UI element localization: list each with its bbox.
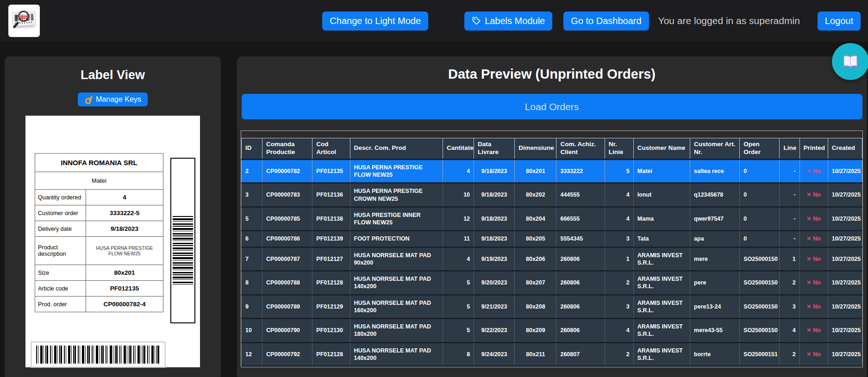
table-cell: Mama <box>633 207 690 231</box>
not-printed-x-icon: ✕ <box>806 168 811 174</box>
not-printed-x-icon: ✕ <box>806 256 811 262</box>
table-cell: 260806 <box>556 247 605 271</box>
table-cell: 4 <box>605 207 633 231</box>
table-cell: ARAMIS INVEST S.R.L. <box>633 295 690 319</box>
table-cell: 80x202 <box>515 183 556 207</box>
column-header: Customer Name <box>633 138 690 160</box>
label-field-row: Quantity ordered 4 <box>35 190 163 205</box>
table-cell: 80x206 <box>515 247 556 271</box>
table-row[interactable]: 12CP00000792PF012128HUSA NORRSELE MAT PA… <box>242 342 862 366</box>
printed-cell: ✕ No <box>799 271 828 295</box>
printed-status-text: No <box>813 351 821 358</box>
key-icon <box>83 94 94 105</box>
printed-status-text: No <box>813 168 821 174</box>
table-row[interactable]: 8CP00000788PF012128HUSA NORRSELE MAT PAD… <box>242 271 862 295</box>
table-cell: 7 <box>242 247 262 271</box>
table-cell: SO25000150 <box>740 319 780 343</box>
not-printed-x-icon: ✕ <box>806 216 811 222</box>
manage-keys-button[interactable]: Manage Keys <box>78 93 148 106</box>
table-cell: PF012129 <box>312 295 350 319</box>
labels-module-button[interactable]: Labels Module <box>464 12 552 31</box>
printed-cell: ✕ No <box>799 159 828 183</box>
column-header: Cod Articol <box>312 138 350 160</box>
table-cell: 2 <box>605 271 633 295</box>
table-cell: 12 <box>242 342 262 366</box>
dashboard-button[interactable]: Go to Dashboard <box>563 12 649 31</box>
table-row[interactable]: 2CP00000782PF012135HUSA PERNA PRESTIGE F… <box>242 159 862 183</box>
table-cell: FOOT PROTECTION <box>350 231 443 247</box>
label-field-row: Delivery date 9/18/2023 <box>35 221 163 237</box>
label-company: INNOFA ROMANIA SRL <box>35 154 163 172</box>
manage-keys-label: Manage Keys <box>96 95 141 104</box>
table-cell: 6 <box>242 231 262 247</box>
column-header: Line <box>780 138 799 160</box>
table-cell: PF012128 <box>312 342 350 366</box>
table-row[interactable]: 7CP00000787PF012127HUSA NORRSELE MAT PAD… <box>242 247 862 271</box>
table-cell: 5 <box>443 295 474 319</box>
table-cell: Matei <box>633 159 690 183</box>
table-cell: 10 <box>242 319 262 343</box>
table-cell: 0 <box>740 159 780 183</box>
table-cell: 9/18/2023 <box>474 183 515 207</box>
table-cell: 5 <box>242 207 262 231</box>
field-value: CP00000782-4 <box>86 297 163 312</box>
field-value: 80x201 <box>86 265 163 281</box>
table-cell: 80x211 <box>515 342 556 366</box>
table-row[interactable]: 6CP00000786PF012139FOOT PROTECTION119/18… <box>242 231 862 247</box>
printed-cell: ✕ No <box>799 342 828 366</box>
orders-table-container: IDComanda ProductieCod ArticolDescr. Com… <box>241 130 863 367</box>
table-cell: 3 <box>605 231 633 247</box>
table-cell: ARAMIS INVEST S.R.L. <box>633 271 690 295</box>
label-customer-row: Matei <box>35 172 163 190</box>
table-cell: 1 <box>780 247 799 271</box>
table-cell: CP00000785 <box>262 207 312 231</box>
not-printed-x-icon: ✕ <box>806 351 811 358</box>
table-cell: 260806 <box>556 271 605 295</box>
table-cell: 4 <box>605 183 633 207</box>
label-field-row: Product description HUSA PERNA PRESTIGE … <box>35 237 163 265</box>
table-row[interactable]: 3CP00000783PF012136HUSA PERNA PRESTIGE C… <box>242 183 862 207</box>
table-cell: 2 <box>780 271 799 295</box>
printed-status-text: No <box>813 192 821 198</box>
table-cell: - <box>780 183 799 207</box>
table-row[interactable]: 5CP00000785PF012138HUSA PRESTIGE INNER F… <box>242 207 862 231</box>
table-cell: 9/21/2023 <box>474 295 515 319</box>
column-header: Com. Achiz. Client <box>556 138 605 160</box>
app-logo <box>8 5 40 37</box>
table-cell: 9/18/2023 <box>474 159 515 183</box>
table-cell: HUSA NORRSELE MAT PAD 140x200 <box>350 271 443 295</box>
logout-button[interactable]: Logout <box>818 12 861 31</box>
label-field-row: Size 80x201 <box>35 265 163 281</box>
table-cell: CP00000782 <box>262 159 312 183</box>
table-cell: 8 <box>443 342 474 366</box>
printed-status-text: No <box>813 256 821 262</box>
table-cell: HUSA NORRSELE MAT PAD 180x200 <box>350 319 443 343</box>
table-cell: Ionut <box>633 183 690 207</box>
table-cell: 10/27/2025 <box>828 271 862 295</box>
theme-toggle-button[interactable]: Change to Light Mode <box>322 12 428 31</box>
table-cell: - <box>780 207 799 231</box>
table-cell: SO25000150 <box>740 295 780 319</box>
table-cell: HUSA NORRSELE MAT PAD 90x200 <box>350 247 443 271</box>
table-cell: borrte <box>690 342 740 366</box>
table-cell: SO25000151 <box>740 342 780 366</box>
table-cell: 5 <box>605 159 633 183</box>
load-orders-button[interactable]: Load Orders <box>242 94 862 119</box>
column-header: Data Livrare <box>474 138 515 160</box>
table-cell: CP00000790 <box>262 319 312 343</box>
column-header: Customer Art. Nr. <box>690 138 740 160</box>
table-row[interactable]: 10CP00000790PF012130HUSA NORRSELE MAT PA… <box>242 319 862 343</box>
table-cell: SO25000150 <box>740 247 780 271</box>
field-label: Product description <box>35 237 86 265</box>
label-view-title: Label View <box>5 68 221 82</box>
table-cell: 3 <box>780 295 799 319</box>
table-cell: 10/27/2025 <box>828 231 862 247</box>
printed-status-text: No <box>813 327 821 334</box>
docs-fab-button[interactable] <box>832 43 868 80</box>
table-cell: 5554345 <box>556 231 605 247</box>
table-cell: 11 <box>443 231 474 247</box>
table-row[interactable]: 9CP00000789PF012129HUSA NORRSELE MAT PAD… <box>242 295 862 319</box>
not-printed-x-icon: ✕ <box>806 279 811 286</box>
column-header: Cantitate <box>443 138 474 160</box>
table-cell: PF012139 <box>312 231 350 247</box>
